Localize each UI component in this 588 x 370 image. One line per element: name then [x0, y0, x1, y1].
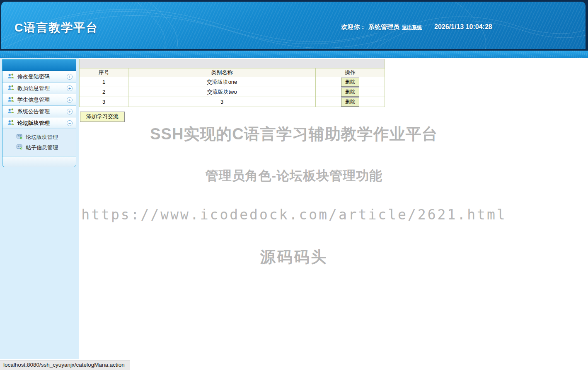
sidebar-item-student-info[interactable]: 学生信息管理 + [2, 94, 76, 106]
header-banner: C语言教学平台 欢迎你： 系统管理员 退出系统 2026/1/13 10:04:… [1, 2, 586, 49]
header-user-area: 欢迎你： 系统管理员 退出系统 2026/1/13 10:04:28 [341, 23, 492, 31]
header-datetime: 2026/1/13 10:04:28 [434, 23, 492, 31]
column-header-no: 序号 [80, 68, 128, 77]
sidebar-item-label: 论坛版块管理 [17, 119, 50, 127]
people-icon [7, 96, 15, 103]
plus-circle-icon[interactable]: + [67, 85, 73, 91]
username: 系统管理员 [368, 23, 399, 31]
status-url-tooltip: localhost:8080/ssh_cyuyanjx/catelogMana.… [0, 360, 130, 370]
cell-action: 删除 [316, 87, 385, 97]
people-icon [7, 108, 15, 115]
sidebar-item-label: 教员信息管理 [17, 85, 50, 92]
submenu-item-label: 论坛版块管理 [26, 134, 58, 141]
add-category-button[interactable]: 添加学习交流 [80, 112, 125, 122]
cell-no: 3 [80, 97, 128, 107]
submenu-item-forum-boards[interactable]: 论坛版块管理 [2, 132, 76, 142]
submenu-item-label: 帖子信息管理 [26, 144, 58, 151]
cell-no: 1 [80, 77, 128, 87]
sidebar-item-teacher-info[interactable]: 教员信息管理 + [2, 83, 76, 94]
header: C语言教学平台 欢迎你： 系统管理员 退出系统 2026/1/13 10:04:… [0, 0, 588, 58]
cell-action: 删除 [316, 77, 385, 87]
card-plus-icon [17, 144, 23, 151]
table-header-row: 序号 类别名称 操作 [80, 68, 385, 77]
plus-circle-icon[interactable]: + [67, 97, 73, 103]
logout-link[interactable]: 退出系统 [402, 24, 422, 31]
column-header-name: 类别名称 [128, 68, 316, 77]
cell-name: 3 [128, 97, 316, 107]
column-header-action: 操作 [316, 68, 385, 77]
submenu-item-post-info[interactable]: 帖子信息管理 [2, 142, 76, 153]
sidebar-item-forum-management[interactable]: 论坛版块管理 − [2, 117, 76, 129]
sidebar-menu-header [2, 60, 76, 71]
sidebar-menu: 修改登陆密码 + 教员信息管理 + 学生信息管理 + [2, 59, 76, 167]
sidebar-item-label: 修改登陆密码 [17, 73, 50, 80]
minus-circle-icon[interactable]: − [67, 120, 73, 126]
cell-no: 2 [80, 87, 128, 97]
app-title: C语言教学平台 [15, 20, 98, 36]
cell-name: 交流版块two [128, 87, 316, 97]
sidebar-item-change-password[interactable]: 修改登陆密码 + [2, 71, 76, 83]
delete-button[interactable]: 删除 [341, 78, 359, 87]
card-plus-icon [17, 134, 23, 141]
table-top-bar [80, 59, 385, 68]
delete-button[interactable]: 删除 [341, 88, 359, 97]
welcome-label: 欢迎你： [341, 23, 366, 31]
category-table: 序号 类别名称 操作 1 交流版块one 删除 2 交流版块two 删除 3 3 [79, 59, 385, 107]
cell-action: 删除 [316, 97, 385, 107]
sidebar: 修改登陆密码 + 教员信息管理 + 学生信息管理 + [0, 58, 79, 359]
main-content: 序号 类别名称 操作 1 交流版块one 删除 2 交流版块two 删除 3 3 [79, 58, 588, 370]
cell-name: 交流版块one [128, 77, 316, 87]
table-row: 3 3 删除 [80, 97, 385, 107]
table-row: 1 交流版块one 删除 [80, 77, 385, 87]
header-substrip [0, 51, 588, 58]
sidebar-item-announcements[interactable]: 系统公告管理 + [2, 106, 76, 117]
plus-circle-icon[interactable]: + [67, 109, 73, 114]
sidebar-footer-panel [2, 156, 76, 167]
table-row: 2 交流版块two 删除 [80, 87, 385, 97]
people-icon [7, 119, 15, 127]
page: C语言教学平台 欢迎你： 系统管理员 退出系统 2026/1/13 10:04:… [0, 0, 588, 370]
sidebar-submenu: 论坛版块管理 帖子信息管理 [2, 129, 76, 156]
plus-circle-icon[interactable]: + [67, 74, 73, 80]
sidebar-item-label: 学生信息管理 [17, 96, 50, 104]
people-icon [7, 85, 15, 92]
people-icon [7, 73, 15, 80]
sidebar-item-label: 系统公告管理 [17, 108, 50, 115]
delete-button[interactable]: 删除 [341, 97, 359, 107]
